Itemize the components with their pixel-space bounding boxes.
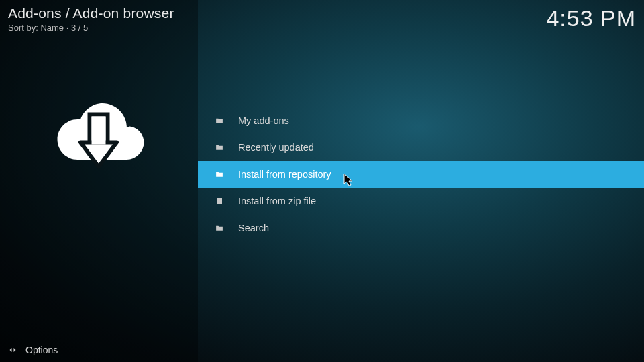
svg-marker-4 <box>10 348 12 352</box>
menu-item-search[interactable]: Search <box>198 215 644 241</box>
menu-item-label: Install from repository <box>238 169 331 180</box>
menu-item-label: Install from zip file <box>238 196 316 206</box>
download-cloud-icon <box>48 83 149 184</box>
menu-item-label: Search <box>238 223 269 233</box>
folder-icon <box>214 169 225 180</box>
clock: 4:53 PM <box>546 5 636 32</box>
menu-item-label: Recently updated <box>238 142 314 153</box>
breadcrumb: Add-ons / Add-on browser <box>8 5 174 21</box>
folder-icon <box>214 223 225 233</box>
sort-info: Sort by: Name · 3 / 5 <box>8 23 174 33</box>
options-label: Options <box>25 345 58 355</box>
folder-icon <box>214 115 225 126</box>
footer-options[interactable]: Options <box>0 338 198 362</box>
menu-item-install-from-zip[interactable]: Install from zip file <box>198 188 644 215</box>
menu-item-recently-updated[interactable]: Recently updated <box>198 134 644 161</box>
menu-item-label: My add-ons <box>238 115 289 126</box>
menu-item-install-from-repository[interactable]: Install from repository <box>198 161 644 188</box>
svg-rect-2 <box>92 117 106 145</box>
folder-icon <box>214 142 225 153</box>
left-sidebar <box>0 0 198 362</box>
options-icon <box>7 344 19 356</box>
header: Add-ons / Add-on browser Sort by: Name ·… <box>8 5 636 33</box>
zip-icon <box>214 196 225 206</box>
menu-item-my-addons[interactable]: My add-ons <box>198 107 644 134</box>
addon-browser-menu: My add-ons Recently updated Install from… <box>198 107 644 241</box>
svg-marker-5 <box>14 348 16 352</box>
